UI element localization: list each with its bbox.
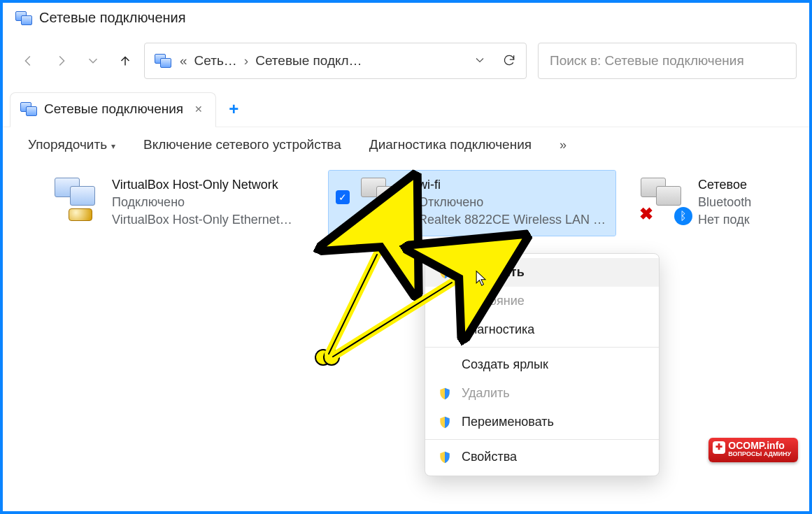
breadcrumb-seg-2[interactable]: Сетевые подкл… [255,53,362,69]
connection-driver: VirtualBox Host-Only Ethernet… [112,213,292,227]
connection-item-wifi[interactable]: ✓ wi-fi Отключено Realtek 8822CE Wireles… [329,171,615,236]
overflow-button[interactable]: » [560,138,567,152]
address-bar[interactable]: « Сеть… › Сетевые подкл… [144,43,527,79]
watermark-badge: OCOMP.info ВОПРОСЫ АДМИНУ [708,438,798,462]
menu-rename[interactable]: Переименовать [425,408,659,436]
window-title: Сетевые подключения [39,10,186,26]
breadcrumb-dropdown[interactable] [473,53,487,69]
breadcrumb[interactable]: « Сеть… › Сетевые подкл… [180,53,362,69]
refresh-button[interactable] [502,53,516,69]
menu-label: Свойства [462,450,517,464]
connection-name: VirtualBox Host-Only Network [112,178,292,192]
menu-diagnostics[interactable]: Диагностика [425,315,659,344]
menu-label: Удалить [462,386,510,401]
tab-strip: Сетевые подключения ✕ + [3,92,809,127]
connection-driver: Realtek 8822CE Wireless LAN … [418,213,606,227]
tab-icon [20,102,37,116]
breadcrumb-seg-1[interactable]: Сеть… [194,53,237,69]
chevron-right-icon: › [244,53,248,69]
menu-properties[interactable]: Свойства [425,443,659,471]
tab-network-connections[interactable]: Сетевые подключения ✕ [10,92,216,127]
menu-delete: Удалить [425,379,659,408]
tab-label: Сетевые подключения [44,101,183,117]
shield-icon [438,450,452,464]
context-menu: Включить Состояние Диагностика Создать я… [425,253,660,476]
search-input[interactable]: Поиск в: Сетевые подключения [538,43,797,79]
address-icon [155,54,171,68]
window-frame: Сетевые подключения « Сеть… › Сетевы [0,0,812,514]
checkbox-checked-icon[interactable]: ✓ [336,190,350,204]
svg-line-3 [329,255,377,354]
connection-status: Подключено [112,195,292,210]
shield-icon [438,415,452,429]
svg-point-1 [324,350,339,365]
shield-icon [438,387,452,401]
back-button[interactable] [21,53,36,69]
connections-list: VirtualBox Host-Only Network Подключено … [3,164,809,236]
menu-label: Состояние [462,294,525,308]
sort-label: Упорядочить [28,137,107,152]
shield-icon [438,266,452,280]
new-tab-button[interactable]: + [223,97,244,122]
menu-create-shortcut[interactable]: Создать ярлык [425,350,659,379]
menu-status: Состояние [425,287,659,315]
sort-menu[interactable]: Упорядочить ▾ [28,137,115,152]
adapter-wifi-icon [359,178,408,222]
connection-name: wi-fi [418,178,606,192]
connection-item-bluetooth[interactable]: ✖ ᛒ Сетевое Bluetooth Нет подк [632,171,761,236]
recent-dropdown[interactable] [85,53,101,69]
navigation-row: « Сеть… › Сетевые подкл… Поиск в: Сетевы… [3,38,809,92]
connection-driver: Нет подк [698,213,751,227]
network-connections-icon [15,11,32,25]
watermark-main: OCOMP.info [728,440,785,451]
svg-line-2 [329,255,377,354]
search-placeholder: Поиск в: Сетевые подключения [550,53,744,69]
menu-separator [425,439,659,440]
menu-label: Создать ярлык [462,357,548,372]
connection-status: Bluetooth [698,195,751,210]
command-bar: Упорядочить ▾ Включение сетевого устройс… [3,127,809,164]
diagnose-button[interactable]: Диагностика подключения [369,137,532,152]
nav-buttons [21,53,133,69]
menu-label: Переименовать [462,415,554,429]
close-tab-icon[interactable]: ✕ [194,103,203,115]
menu-label: Диагностика [462,322,534,337]
menu-separator [425,347,659,348]
breadcrumb-prefix: « [180,53,187,69]
title-bar: Сетевые подключения [3,3,809,38]
enable-device-button[interactable]: Включение сетевого устройства [143,137,341,152]
connection-item-virtualbox[interactable]: VirtualBox Host-Only Network Подключено … [46,171,312,236]
svg-point-0 [315,350,331,365]
caret-down-icon: ▾ [111,141,115,151]
connection-name: Сетевое [698,178,751,192]
watermark-sub: ВОПРОСЫ АДМИНУ [728,451,791,458]
menu-label: Включить [462,265,525,280]
connection-status: Отключено [418,195,606,210]
adapter-ethernet-icon [53,178,102,222]
forward-button[interactable] [53,53,69,69]
menu-enable[interactable]: Включить [425,258,659,287]
adapter-bluetooth-icon: ✖ ᛒ [639,178,688,222]
up-button[interactable] [117,53,133,69]
